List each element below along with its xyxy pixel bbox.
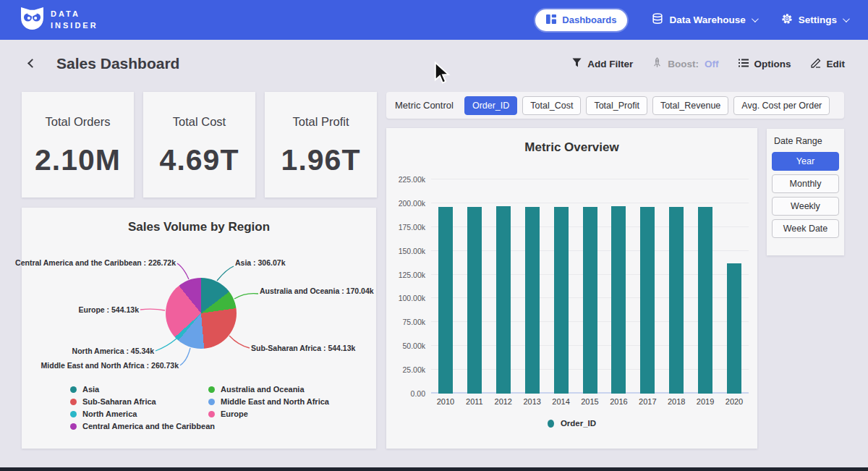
nav-settings[interactable]: Settings: [781, 13, 848, 27]
app-root: DATA INSIDER Dashboards: [0, 0, 868, 471]
legend-dot: [70, 399, 77, 405]
bar-2020: [727, 263, 741, 394]
y-axis-tick: 125.00k: [391, 271, 425, 279]
date-range-option-monthly[interactable]: Monthly: [772, 174, 839, 193]
gridline: [431, 203, 749, 203]
x-axis-label: 2019: [691, 397, 720, 406]
boost-toggle[interactable]: Boost: Off: [652, 57, 718, 70]
list-options-icon: [739, 59, 749, 69]
metric-option-total-revenue[interactable]: Total_Revenue: [652, 96, 728, 115]
kpi-label: Total Cost: [173, 115, 226, 129]
x-axis-label: 2015: [576, 397, 605, 406]
nav-dashboards-button[interactable]: Dashboards: [535, 9, 627, 31]
metric-option-total-profit[interactable]: Total_Profit: [586, 96, 647, 115]
bar-2017: [640, 207, 655, 394]
y-axis-tick: 25.00k: [391, 365, 425, 374]
kpi-card-total-orders: Total Orders2.10M: [22, 92, 134, 198]
date-range-option-year[interactable]: Year: [772, 152, 839, 171]
options-button[interactable]: Options: [739, 59, 791, 69]
pie-legend-label: Australia and Oceania: [221, 385, 305, 394]
y-axis-tick: 150.00k: [391, 247, 425, 255]
legend-dot: [208, 399, 215, 405]
owl-logo-icon: [20, 7, 44, 33]
x-axis-label: 2010: [431, 397, 460, 406]
x-axis-label: 2017: [633, 397, 662, 406]
pie-legend-label: North America: [82, 410, 137, 418]
brand-line2: INSIDER: [51, 20, 98, 32]
pie-legend-item-europe: Europe: [208, 410, 329, 418]
legend-dot: [208, 386, 215, 393]
bar-chart-plot: 0.0025.00k50.00k75.00k100.00k125.00k150.…: [431, 179, 749, 394]
page-title: Sales Dashboard: [56, 55, 179, 72]
metric-option-avg-cost-per-order[interactable]: Avg. Cost per Order: [733, 96, 830, 115]
add-filter-button[interactable]: Add Filter: [572, 58, 633, 69]
bar-chart-legend: Order_ID: [386, 419, 757, 428]
metric-option-total-cost[interactable]: Total_Cost: [522, 96, 581, 115]
footer-strip: [0, 467, 868, 471]
pie-legend-item-sub-saharan-africa: Sub-Saharan Africa: [70, 397, 215, 406]
dashboards-grid-icon: [546, 14, 556, 26]
top-nav: DATA INSIDER Dashboards: [0, 0, 868, 40]
bar-chart-title: Metric Overview: [386, 128, 757, 155]
y-axis-tick: 100.00k: [391, 294, 425, 302]
pie-legend-label: Asia: [82, 385, 99, 394]
x-axis-label: 2014: [547, 397, 576, 406]
boost-label: Boost:: [668, 59, 699, 69]
pie-legend-item-australia-and-oceania: Australia and Oceania: [208, 385, 329, 394]
top-nav-menu: Dashboards Data Warehouse: [535, 9, 848, 31]
x-axis-label: 2012: [489, 397, 518, 406]
pie-legend-item-middle-east-and-north-africa: Middle East and North Africa: [208, 397, 329, 406]
pie-legend-item-central-america-and-the-caribbean: Central America and the Caribbean: [70, 422, 215, 430]
date-range-label: Date Range: [774, 136, 839, 146]
header-actions: Add Filter Boost: Off: [572, 57, 845, 70]
back-button[interactable]: [23, 54, 42, 73]
legend-dot: [70, 423, 77, 430]
bar-2013: [525, 207, 540, 394]
bar-2014: [554, 207, 569, 394]
add-filter-label: Add Filter: [587, 59, 633, 69]
pie-legend-column-2: Australia and OceaniaMiddle East and Nor…: [208, 385, 329, 418]
metric-option-order-id[interactable]: Order_ID: [464, 96, 517, 115]
pie-label-australia-and-oceania: Australia and Oceania : 170.04k: [260, 287, 374, 295]
legend-dot: [70, 386, 77, 393]
chevron-down-icon: [843, 15, 850, 22]
edit-label: Edit: [827, 59, 846, 69]
legend-dot: [208, 411, 215, 417]
date-range-option-week-date[interactable]: Week Date: [772, 219, 839, 238]
legend-dot: [70, 411, 77, 417]
pie-label-central-america-and-the-caribbean: Central America and the Caribbean : 226.…: [15, 258, 176, 267]
x-axis-label: 2011: [460, 397, 489, 406]
page-header: Sales Dashboard Add Filter Boost: Off: [0, 40, 868, 88]
pie-legend-item-asia: Asia: [70, 385, 215, 394]
edit-button[interactable]: Edit: [811, 58, 846, 70]
x-axis-label: 2018: [662, 397, 691, 406]
x-axis-label: 2016: [604, 397, 633, 406]
legend-label: Order_ID: [561, 419, 596, 428]
filter-funnel-icon: [572, 58, 582, 69]
rocket-icon: [652, 57, 662, 70]
nav-data-warehouse[interactable]: Data Warehouse: [652, 13, 756, 27]
brand-logo[interactable]: DATA INSIDER: [20, 7, 98, 33]
pie-chart-title: Sales Volume by Region: [22, 208, 376, 234]
options-label: Options: [754, 59, 791, 69]
bar-2010: [438, 207, 453, 394]
nav-dashboards-label: Dashboards: [562, 14, 616, 25]
metric-control-bar: Metric Control Order_IDTotal_CostTotal_P…: [386, 92, 844, 119]
y-axis-tick: 75.00k: [391, 318, 425, 326]
database-icon: [652, 13, 663, 27]
bar-2015: [583, 207, 597, 394]
pie-chart: [166, 278, 237, 349]
pie-legend-label: Europe: [221, 410, 248, 418]
pie-label-north-america: North America : 45.34k: [72, 347, 154, 355]
bar-2018: [669, 207, 684, 394]
pie-label-middle-east-and-north-africa: Middle East and North Africa : 260.73k: [41, 361, 179, 370]
pie-legend-label: Sub-Saharan Africa: [82, 397, 156, 406]
bar-chart-card: Metric Overview 0.0025.00k50.00k75.00k10…: [386, 128, 757, 449]
kpi-value: 1.96T: [281, 143, 361, 177]
pencil-icon: [811, 58, 821, 70]
x-axis-labels: 2010201120122013201420152016201720182019…: [431, 397, 749, 406]
pie-legend-label: Central America and the Caribbean: [82, 422, 215, 430]
date-range-option-weekly[interactable]: Weekly: [772, 197, 839, 216]
nav-data-warehouse-label: Data Warehouse: [669, 14, 745, 25]
bar-2011: [467, 207, 482, 394]
